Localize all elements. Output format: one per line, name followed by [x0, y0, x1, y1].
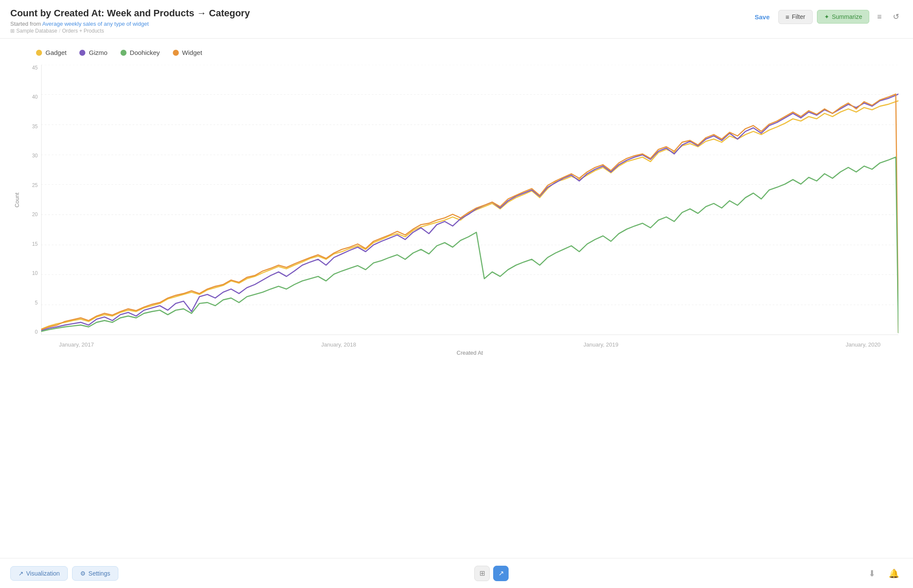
save-button[interactable]: Save [750, 11, 774, 23]
notifications-button[interactable]: 🔔 [885, 566, 903, 581]
chart-svg [41, 65, 898, 335]
refresh-icon: ↺ [893, 12, 899, 21]
view-options-button[interactable]: ≡ [874, 10, 885, 24]
legend-doohickey: Doohickey [121, 49, 160, 56]
y-label-35: 35 [32, 124, 38, 130]
trend-view-button[interactable]: ↗ [493, 566, 509, 581]
gizmo-label: Gizmo [89, 49, 107, 56]
x-label-2019: January, 2019 [583, 341, 618, 348]
filter-icon: ≡ [786, 13, 789, 21]
table-view-button[interactable]: ⊞ [474, 566, 490, 581]
x-label-2017: January, 2017 [59, 341, 94, 348]
subtitle-prefix: Started from [10, 21, 42, 27]
visualization-icon: ↗ [18, 570, 24, 577]
rows-icon: ≡ [877, 12, 882, 21]
y-label-25: 25 [32, 182, 38, 188]
chart-legend: Gadget Gizmo Doohickey Widget [10, 49, 903, 56]
download-icon: ⬇ [868, 569, 876, 578]
breadcrumb-table: Orders + Products [62, 28, 104, 34]
breadcrumb: ⊞ Sample Database / Orders + Products [10, 28, 250, 34]
widget-dot [173, 50, 179, 56]
footer-center: ⊞ ↗ [474, 566, 509, 581]
y-label-5: 5 [35, 300, 38, 306]
x-label-2020: January, 2020 [846, 341, 880, 348]
header: Count by Created At: Week and Products →… [0, 0, 913, 39]
y-label-30: 30 [32, 153, 38, 159]
gadget-label: Gadget [45, 49, 66, 56]
y-label-45: 45 [32, 65, 38, 71]
footer-right: ⬇ 🔔 [865, 566, 903, 581]
trend-icon: ↗ [498, 569, 504, 577]
doohickey-label: Doohickey [130, 49, 160, 56]
table-icon: ⊞ [479, 569, 485, 577]
chart-svg-container [41, 65, 898, 335]
y-axis-labels: 45 40 35 30 25 20 15 10 5 0 [23, 65, 40, 335]
footer: ↗ Visualization ⚙ Settings ⊞ ↗ ⬇ 🔔 [0, 558, 913, 588]
chart-area: Gadget Gizmo Doohickey Widget Count [0, 39, 913, 588]
y-label-15: 15 [32, 241, 38, 247]
y-axis-title: Count [14, 193, 20, 208]
gizmo-dot [79, 50, 85, 56]
legend-widget: Widget [173, 49, 202, 56]
visualization-button[interactable]: ↗ Visualization [10, 566, 68, 581]
x-axis-title: Created At [457, 350, 483, 356]
filter-button[interactable]: ≡ Filter [778, 10, 813, 24]
x-label-2018: January, 2018 [321, 341, 356, 348]
breadcrumb-database: Sample Database [16, 28, 57, 34]
x-axis-title-container: Created At [41, 349, 898, 356]
page-title: Count by Created At: Week and Products →… [10, 8, 250, 19]
doohickey-dot [121, 50, 127, 56]
y-axis-title-container: Count [10, 65, 23, 335]
settings-button[interactable]: ⚙ Settings [72, 566, 118, 581]
database-icon: ⊞ [10, 28, 15, 34]
refresh-button[interactable]: ↺ [889, 9, 903, 24]
settings-icon: ⚙ [80, 570, 86, 577]
footer-left: ↗ Visualization ⚙ Settings [10, 566, 118, 581]
plus-icon: ✦ [824, 13, 829, 20]
y-label-40: 40 [32, 94, 38, 100]
header-subtitle: Started from Average weekly sales of any… [10, 21, 250, 27]
y-label-0: 0 [35, 329, 38, 335]
chart-container: Count 45 40 35 30 25 20 15 10 5 0 [10, 65, 903, 356]
summarize-button[interactable]: ✦ Summarize [817, 10, 870, 24]
y-label-20: 20 [32, 211, 38, 217]
gadget-dot [36, 50, 42, 56]
download-button[interactable]: ⬇ [865, 566, 879, 581]
y-label-10: 10 [32, 270, 38, 276]
header-actions: Save ≡ Filter ✦ Summarize ≡ ↺ [750, 8, 903, 24]
bell-icon: 🔔 [889, 569, 899, 578]
widget-label: Widget [182, 49, 202, 56]
x-axis-labels: January, 2017 January, 2018 January, 201… [41, 341, 898, 348]
legend-gadget: Gadget [36, 49, 66, 56]
header-left: Count by Created At: Week and Products →… [10, 8, 250, 34]
subtitle-link[interactable]: Average weekly sales of any type of widg… [42, 21, 148, 27]
legend-gizmo: Gizmo [79, 49, 107, 56]
